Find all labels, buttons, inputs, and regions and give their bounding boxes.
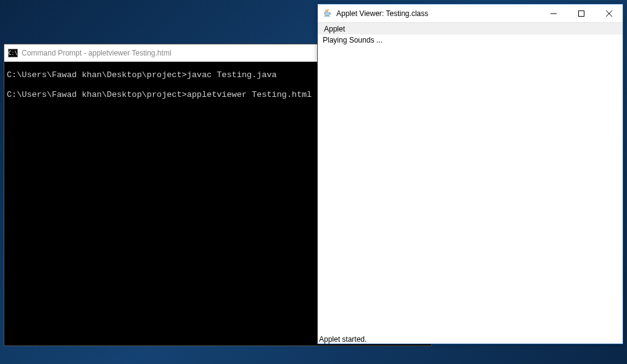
svg-point-0	[324, 15, 330, 16]
java-icon	[323, 9, 333, 19]
applet-statusbar: Applet started.	[318, 334, 623, 344]
cmd-icon: C:\	[8, 49, 18, 57]
applet-status-text: Applet started.	[319, 335, 367, 344]
close-button[interactable]	[595, 4, 623, 22]
applet-content-text: Playing Sounds ...	[323, 36, 383, 44]
cmd-title: Command Prompt - appletviewer Testing.ht…	[22, 49, 172, 57]
applet-viewer-window: Applet Viewer: Testing.class Applet Play…	[317, 4, 623, 344]
applet-menubar: Applet	[318, 23, 623, 35]
maximize-button[interactable]	[567, 4, 595, 22]
menu-applet[interactable]: Applet	[320, 24, 349, 34]
svg-rect-2	[578, 10, 584, 16]
applet-title: Applet Viewer: Testing.class	[336, 9, 539, 18]
applet-content-area: Playing Sounds ...	[318, 35, 623, 334]
applet-titlebar[interactable]: Applet Viewer: Testing.class	[318, 4, 623, 23]
minimize-button[interactable]	[539, 4, 567, 22]
window-controls	[539, 4, 623, 22]
